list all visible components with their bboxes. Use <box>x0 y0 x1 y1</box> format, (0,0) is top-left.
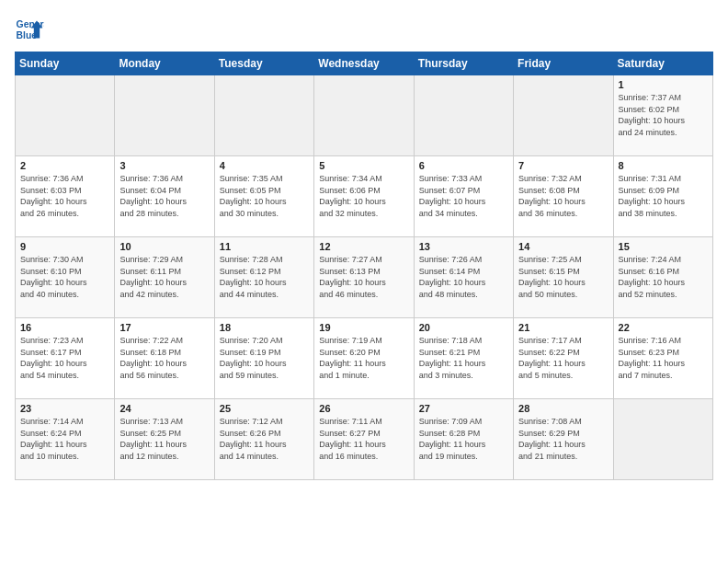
week-row-2: 9Sunrise: 7:30 AM Sunset: 6:10 PM Daylig… <box>16 237 713 318</box>
day-cell: 9Sunrise: 7:30 AM Sunset: 6:10 PM Daylig… <box>16 237 115 318</box>
day-number: 19 <box>319 322 408 333</box>
day-cell: 14Sunrise: 7:25 AM Sunset: 6:15 PM Dayli… <box>514 237 613 318</box>
day-info: Sunrise: 7:35 AM Sunset: 6:05 PM Dayligh… <box>220 173 309 219</box>
day-cell <box>214 75 313 156</box>
day-number: 8 <box>619 160 708 171</box>
day-cell: 16Sunrise: 7:23 AM Sunset: 6:17 PM Dayli… <box>16 318 115 399</box>
day-cell: 4Sunrise: 7:35 AM Sunset: 6:05 PM Daylig… <box>214 156 313 237</box>
day-info: Sunrise: 7:22 AM Sunset: 6:18 PM Dayligh… <box>119 335 209 381</box>
day-number: 4 <box>220 160 309 171</box>
day-info: Sunrise: 7:36 AM Sunset: 6:04 PM Dayligh… <box>119 173 209 219</box>
day-info: Sunrise: 7:36 AM Sunset: 6:03 PM Dayligh… <box>20 173 109 219</box>
day-number: 27 <box>419 403 508 414</box>
day-number: 24 <box>119 403 209 414</box>
day-number: 18 <box>220 322 309 333</box>
day-info: Sunrise: 7:09 AM Sunset: 6:28 PM Dayligh… <box>419 416 508 462</box>
day-cell: 25Sunrise: 7:12 AM Sunset: 6:26 PM Dayli… <box>214 399 313 480</box>
day-number: 13 <box>419 241 508 252</box>
weekday-header-friday: Friday <box>514 52 613 75</box>
day-cell: 18Sunrise: 7:20 AM Sunset: 6:19 PM Dayli… <box>214 318 313 399</box>
day-number: 26 <box>319 403 408 414</box>
day-number: 7 <box>518 160 608 171</box>
weekday-header-thursday: Thursday <box>414 52 513 75</box>
weekday-header-row: SundayMondayTuesdayWednesdayThursdayFrid… <box>16 52 713 75</box>
day-info: Sunrise: 7:19 AM Sunset: 6:20 PM Dayligh… <box>319 335 408 381</box>
weekday-header-wednesday: Wednesday <box>314 52 414 75</box>
day-info: Sunrise: 7:26 AM Sunset: 6:14 PM Dayligh… <box>419 254 508 300</box>
day-cell: 27Sunrise: 7:09 AM Sunset: 6:28 PM Dayli… <box>414 399 513 480</box>
day-cell: 17Sunrise: 7:22 AM Sunset: 6:18 PM Dayli… <box>115 318 214 399</box>
day-info: Sunrise: 7:11 AM Sunset: 6:27 PM Dayligh… <box>319 416 408 462</box>
day-number: 25 <box>220 403 309 414</box>
day-number: 9 <box>20 241 109 252</box>
week-row-3: 16Sunrise: 7:23 AM Sunset: 6:17 PM Dayli… <box>16 318 713 399</box>
day-info: Sunrise: 7:27 AM Sunset: 6:13 PM Dayligh… <box>319 254 408 300</box>
day-cell: 1Sunrise: 7:37 AM Sunset: 6:02 PM Daylig… <box>613 75 712 156</box>
day-cell: 10Sunrise: 7:29 AM Sunset: 6:11 PM Dayli… <box>115 237 214 318</box>
day-number: 20 <box>419 322 508 333</box>
day-info: Sunrise: 7:25 AM Sunset: 6:15 PM Dayligh… <box>518 254 608 300</box>
day-number: 21 <box>518 322 608 333</box>
header: General Blue <box>15 15 713 44</box>
day-cell <box>613 399 712 480</box>
week-row-4: 23Sunrise: 7:14 AM Sunset: 6:24 PM Dayli… <box>16 399 713 480</box>
day-number: 23 <box>20 403 109 414</box>
day-number: 11 <box>220 241 309 252</box>
day-info: Sunrise: 7:34 AM Sunset: 6:06 PM Dayligh… <box>319 173 408 219</box>
day-info: Sunrise: 7:37 AM Sunset: 6:02 PM Dayligh… <box>619 92 708 138</box>
day-cell: 8Sunrise: 7:31 AM Sunset: 6:09 PM Daylig… <box>613 156 712 237</box>
day-cell: 5Sunrise: 7:34 AM Sunset: 6:06 PM Daylig… <box>314 156 414 237</box>
day-number: 22 <box>619 322 708 333</box>
day-cell: 20Sunrise: 7:18 AM Sunset: 6:21 PM Dayli… <box>414 318 513 399</box>
day-info: Sunrise: 7:20 AM Sunset: 6:19 PM Dayligh… <box>220 335 309 381</box>
day-cell: 24Sunrise: 7:13 AM Sunset: 6:25 PM Dayli… <box>115 399 214 480</box>
day-cell <box>115 75 214 156</box>
day-info: Sunrise: 7:17 AM Sunset: 6:22 PM Dayligh… <box>518 335 608 381</box>
day-cell: 3Sunrise: 7:36 AM Sunset: 6:04 PM Daylig… <box>115 156 214 237</box>
day-info: Sunrise: 7:23 AM Sunset: 6:17 PM Dayligh… <box>20 335 109 381</box>
day-number: 17 <box>119 322 209 333</box>
logo: General Blue <box>15 15 48 44</box>
day-cell: 7Sunrise: 7:32 AM Sunset: 6:08 PM Daylig… <box>514 156 613 237</box>
day-number: 14 <box>518 241 608 252</box>
day-info: Sunrise: 7:32 AM Sunset: 6:08 PM Dayligh… <box>518 173 608 219</box>
day-info: Sunrise: 7:08 AM Sunset: 6:29 PM Dayligh… <box>518 416 608 462</box>
day-info: Sunrise: 7:31 AM Sunset: 6:09 PM Dayligh… <box>619 173 708 219</box>
day-number: 12 <box>319 241 408 252</box>
day-cell: 26Sunrise: 7:11 AM Sunset: 6:27 PM Dayli… <box>314 399 414 480</box>
day-number: 16 <box>20 322 109 333</box>
day-info: Sunrise: 7:14 AM Sunset: 6:24 PM Dayligh… <box>20 416 109 462</box>
day-number: 5 <box>319 160 408 171</box>
day-info: Sunrise: 7:24 AM Sunset: 6:16 PM Dayligh… <box>619 254 708 300</box>
day-cell: 6Sunrise: 7:33 AM Sunset: 6:07 PM Daylig… <box>414 156 513 237</box>
day-info: Sunrise: 7:16 AM Sunset: 6:23 PM Dayligh… <box>619 335 708 381</box>
day-number: 3 <box>119 160 209 171</box>
day-number: 15 <box>619 241 708 252</box>
day-info: Sunrise: 7:29 AM Sunset: 6:11 PM Dayligh… <box>119 254 209 300</box>
day-cell: 15Sunrise: 7:24 AM Sunset: 6:16 PM Dayli… <box>613 237 712 318</box>
day-cell: 12Sunrise: 7:27 AM Sunset: 6:13 PM Dayli… <box>314 237 414 318</box>
weekday-header-monday: Monday <box>115 52 214 75</box>
day-info: Sunrise: 7:30 AM Sunset: 6:10 PM Dayligh… <box>20 254 109 300</box>
day-number: 6 <box>419 160 508 171</box>
day-cell: 13Sunrise: 7:26 AM Sunset: 6:14 PM Dayli… <box>414 237 513 318</box>
day-number: 10 <box>119 241 209 252</box>
week-row-1: 2Sunrise: 7:36 AM Sunset: 6:03 PM Daylig… <box>16 156 713 237</box>
weekday-header-sunday: Sunday <box>16 52 115 75</box>
day-cell <box>514 75 613 156</box>
day-cell: 2Sunrise: 7:36 AM Sunset: 6:03 PM Daylig… <box>16 156 115 237</box>
day-cell: 28Sunrise: 7:08 AM Sunset: 6:29 PM Dayli… <box>514 399 613 480</box>
day-cell <box>16 75 115 156</box>
weekday-header-tuesday: Tuesday <box>214 52 313 75</box>
day-cell <box>314 75 414 156</box>
day-info: Sunrise: 7:18 AM Sunset: 6:21 PM Dayligh… <box>419 335 508 381</box>
weekday-header-saturday: Saturday <box>613 52 712 75</box>
day-cell: 21Sunrise: 7:17 AM Sunset: 6:22 PM Dayli… <box>514 318 613 399</box>
day-number: 2 <box>20 160 109 171</box>
logo-icon: General Blue <box>15 15 44 44</box>
week-row-0: 1Sunrise: 7:37 AM Sunset: 6:02 PM Daylig… <box>16 75 713 156</box>
day-info: Sunrise: 7:28 AM Sunset: 6:12 PM Dayligh… <box>220 254 309 300</box>
day-info: Sunrise: 7:13 AM Sunset: 6:25 PM Dayligh… <box>119 416 209 462</box>
day-number: 28 <box>518 403 608 414</box>
day-info: Sunrise: 7:33 AM Sunset: 6:07 PM Dayligh… <box>419 173 508 219</box>
